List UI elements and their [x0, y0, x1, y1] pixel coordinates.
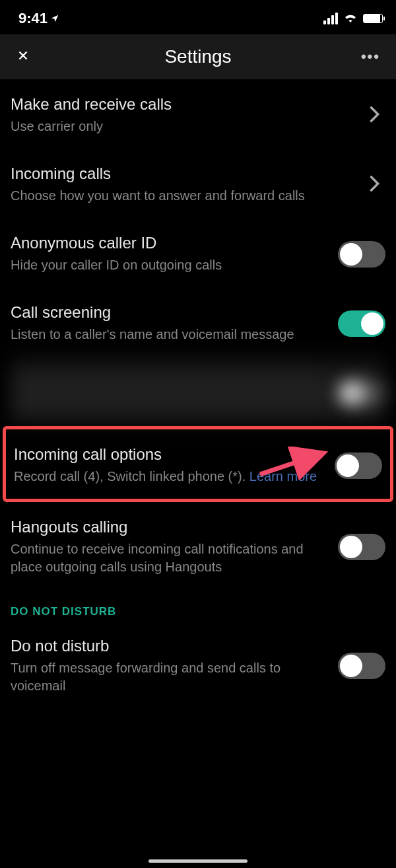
- row-subtitle: Use carrier only: [11, 118, 355, 135]
- row-title: Incoming calls: [11, 164, 355, 183]
- row-subtitle: Hide your caller ID on outgoing calls: [11, 256, 330, 274]
- toggle-do-not-disturb[interactable]: [338, 653, 385, 679]
- toggle-anonymous-caller-id[interactable]: [338, 241, 385, 268]
- row-title: Anonymous caller ID: [11, 234, 330, 252]
- status-time: 9:41: [18, 10, 48, 27]
- row-hangouts-calling: Hangouts calling Continue to receive inc…: [11, 502, 385, 589]
- row-title: Redacted setting title: [11, 373, 330, 391]
- row-make-receive-calls[interactable]: Make and receive calls Use carrier only: [11, 79, 385, 149]
- learn-more-link[interactable]: Learn more: [249, 469, 317, 484]
- toggle-incoming-call-options[interactable]: [335, 452, 382, 479]
- row-title: Call screening: [11, 303, 330, 322]
- row-subtitle: Continue to receive incoming call notifi…: [11, 540, 330, 576]
- header: Settings •••: [0, 34, 396, 79]
- row-subtitle: Turn off message forwarding and send cal…: [11, 659, 330, 695]
- row-title: Hangouts calling: [11, 518, 330, 536]
- row-incoming-calls[interactable]: Incoming calls Choose how you want to an…: [11, 149, 385, 218]
- row-subtitle: Record call (4), Switch linked phone (*)…: [14, 468, 327, 486]
- row-incoming-call-options: Incoming call options Record call (4), S…: [14, 429, 382, 499]
- page-title: Settings: [37, 46, 359, 67]
- row-call-screening: Call screening Listen to a caller's name…: [11, 287, 385, 357]
- location-icon: [50, 10, 59, 27]
- more-button[interactable]: •••: [359, 48, 380, 65]
- row-do-not-disturb: Do not disturb Turn off message forwardi…: [11, 621, 385, 695]
- chevron-right-icon: [363, 105, 385, 126]
- home-indicator[interactable]: [148, 859, 248, 863]
- toggle-redacted[interactable]: [338, 380, 385, 406]
- row-title: Incoming call options: [14, 445, 327, 464]
- row-anonymous-caller-id: Anonymous caller ID Hide your caller ID …: [11, 218, 385, 287]
- row-subtitle: Choose how you want to answer and forwar…: [11, 187, 355, 205]
- highlight-annotation: Incoming call options Record call (4), S…: [3, 426, 393, 502]
- toggle-call-screening[interactable]: [338, 310, 385, 337]
- row-title: Do not disturb: [11, 637, 330, 655]
- row-title: Make and receive calls: [11, 95, 355, 114]
- row-redacted: Redacted setting title Redacted descript…: [11, 357, 385, 426]
- signal-icon: [323, 13, 338, 24]
- toggle-hangouts-calling[interactable]: [338, 534, 385, 560]
- chevron-right-icon: [363, 174, 385, 196]
- row-subtitle: Redacted description text line: [11, 395, 330, 413]
- battery-icon: [363, 14, 383, 23]
- close-button[interactable]: [16, 46, 37, 67]
- wifi-icon: [343, 12, 358, 25]
- row-subtitle: Listen to a caller's name and voicemail …: [11, 326, 330, 344]
- section-do-not-disturb: DO NOT DISTURB: [11, 589, 385, 621]
